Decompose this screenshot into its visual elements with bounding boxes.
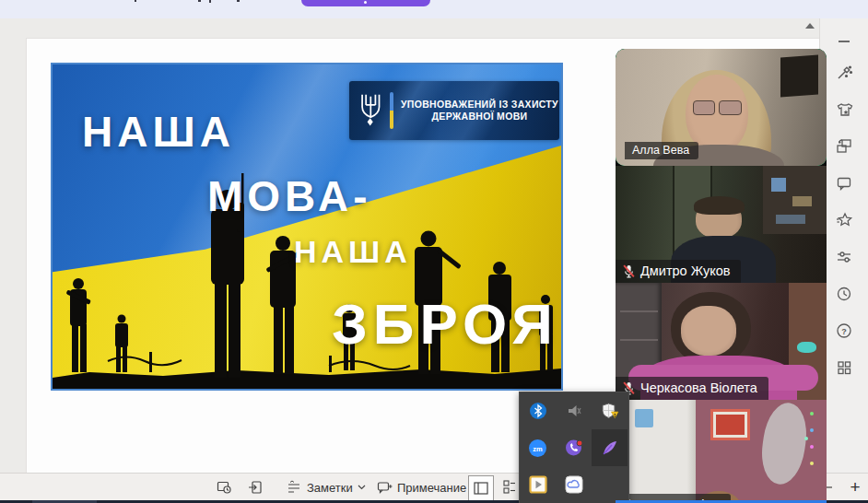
zoom-out-button[interactable]: [826, 486, 832, 488]
video-scene-part: [797, 342, 816, 354]
top-toolbar-strip: [0, 0, 868, 18]
comments-panel-icon[interactable]: [834, 173, 854, 193]
application-window: НАША МОВА- НАША ЗБРОЯ УПОВНОВАЖЕНИЙ ІЗ З…: [0, 0, 868, 503]
plus-glyph: +: [850, 477, 860, 497]
participant-tile-violeta[interactable]: Черкасова Віолета: [616, 283, 827, 400]
right-sidebar: ?: [820, 18, 868, 473]
notes-button[interactable]: Заметки: [286, 474, 366, 501]
video-scene-part: [620, 310, 658, 312]
present-from-slide-button[interactable]: [247, 474, 264, 501]
trident-icon: [358, 92, 384, 129]
video-participants-panel: Алла Вева Дмитро Жуков: [616, 49, 827, 503]
toolbar-fragment: [209, 0, 211, 3]
notes-icon: [286, 479, 302, 496]
zoom-app-icon[interactable]: zm: [520, 429, 556, 466]
scroll-up-arrow[interactable]: [805, 23, 815, 29]
security-shield-icon[interactable]: [592, 392, 628, 429]
design-wand-icon[interactable]: [834, 63, 854, 83]
video-scene-part: [635, 409, 654, 427]
notes-label: Заметки: [307, 481, 353, 495]
participant-tile-alina[interactable]: Кошел Аліна: [616, 400, 827, 503]
properties-sliders-icon[interactable]: [834, 247, 854, 267]
animation-star-icon[interactable]: [834, 210, 854, 230]
participant-name: Черкасова Віолета: [640, 380, 757, 395]
video-scene-part: [780, 54, 818, 97]
emblem-text-line2: ДЕРЖАВНОЇ МОВИ: [401, 111, 558, 123]
button-label-fragment: [364, 1, 367, 4]
video-scene-part: [810, 412, 814, 415]
video-scene-part: [681, 306, 736, 355]
bluetooth-icon[interactable]: [520, 392, 556, 429]
transitions-icon[interactable]: [834, 136, 854, 157]
participant-name-tag: Дмитро Жуков: [616, 260, 741, 283]
participant-name-tag: Черкасова Віолета: [616, 377, 768, 400]
svg-text:?: ?: [841, 327, 847, 336]
apps-grid-icon[interactable]: [834, 357, 854, 378]
video-scene-part: [719, 100, 742, 115]
comment-button[interactable]: Примечание: [376, 474, 466, 501]
media-player-icon[interactable]: [520, 466, 556, 503]
participant-name: Алла Вева: [632, 144, 689, 157]
video-scene-part: [693, 100, 716, 115]
svg-text:zm: zm: [533, 444, 543, 452]
comment-plus-icon: [376, 479, 393, 496]
slide-title-line4: ЗБРОЯ: [332, 291, 558, 357]
cloud-sync-icon[interactable]: [556, 466, 592, 503]
emblem-divider: [390, 92, 393, 129]
outline-list-icon[interactable]: [503, 480, 516, 495]
slide-title-line3: НАША: [294, 234, 412, 270]
participant-tile-dmytro[interactable]: Дмитро Жуков: [616, 166, 827, 283]
pane-layout-toggle[interactable]: [468, 475, 494, 501]
slide[interactable]: НАША МОВА- НАША ЗБРОЯ УПОВНОВАЖЕНИЙ ІЗ З…: [51, 63, 563, 391]
emblem-text-line1: УПОВНОВАЖЕНИЙ ІЗ ЗАХИСТУ: [401, 99, 558, 111]
history-clock-icon[interactable]: [834, 284, 854, 304]
toolbar-fragment: [198, 0, 201, 2]
slide-title-line1: НАША: [82, 107, 235, 157]
toolbar-fragment: [237, 0, 240, 2]
video-scene-part: [771, 178, 786, 192]
video-scene-part: [694, 196, 745, 215]
system-tray-popup: zm: [519, 392, 629, 503]
video-feed: [616, 400, 827, 503]
video-scene-part: [792, 196, 812, 206]
pen-tool-icon[interactable]: [592, 429, 628, 466]
audio-device-icon[interactable]: [556, 392, 592, 429]
viber-icon[interactable]: [556, 429, 592, 466]
participant-name: Дмитро Жуков: [640, 263, 730, 278]
video-scene-part: [620, 339, 658, 341]
muted-mic-icon: [623, 264, 635, 278]
primary-action-button[interactable]: [301, 0, 430, 6]
collapse-panel-icon[interactable]: [834, 31, 854, 52]
video-scene-part: [710, 409, 750, 440]
participant-name-tag: Алла Вева: [625, 142, 698, 159]
chevron-down-icon: [358, 485, 366, 490]
video-scene-part: [776, 215, 805, 224]
slide-title-line2: МОВА-: [207, 171, 372, 221]
language-ombudsman-emblem: УПОВНОВАЖЕНИЙ ІЗ ЗАХИСТУ ДЕРЖАВНОЇ МОВИ: [349, 81, 559, 140]
comment-label: Примечание: [397, 481, 466, 495]
help-icon[interactable]: ?: [834, 321, 854, 341]
participant-tile-alla[interactable]: Алла Вева: [616, 49, 827, 166]
theme-clothes-icon[interactable]: [834, 99, 854, 120]
toolbar-fragment: [135, 0, 136, 2]
zoom-in-button[interactable]: +: [844, 476, 866, 498]
rehearse-timer-button[interactable]: [216, 474, 232, 501]
